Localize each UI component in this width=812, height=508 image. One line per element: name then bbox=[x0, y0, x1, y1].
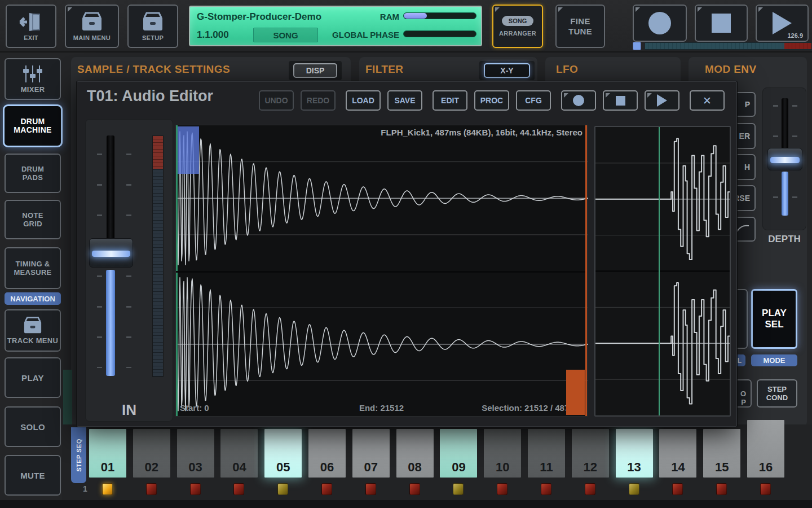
step-pad-07[interactable]: 07 bbox=[352, 429, 390, 478]
step-pad-15[interactable]: 15 bbox=[703, 429, 740, 478]
xy-button[interactable]: X-Y bbox=[484, 63, 530, 78]
editor-play-button[interactable] bbox=[645, 90, 679, 111]
bottom-strip bbox=[0, 500, 812, 508]
step-marker-06[interactable] bbox=[321, 483, 332, 495]
sidebar-item-play[interactable]: PLAY bbox=[5, 357, 61, 398]
sidebar-item-timing-measure[interactable]: TIMING & MEASURE bbox=[5, 247, 61, 289]
step-pad-04[interactable]: 04 bbox=[220, 429, 258, 478]
step-marker-10[interactable] bbox=[497, 483, 508, 495]
depth-fader-track[interactable] bbox=[782, 98, 788, 149]
in-fader-handle[interactable] bbox=[89, 238, 133, 268]
sidebar-item-solo[interactable]: SOLO bbox=[5, 406, 61, 447]
disp-button[interactable]: DISP bbox=[293, 63, 337, 78]
step-pad-11[interactable]: 11 bbox=[528, 429, 565, 478]
exit-button[interactable]: EXIT bbox=[6, 5, 56, 48]
song-badge: SONG bbox=[502, 16, 533, 26]
song-position-bar[interactable] bbox=[633, 42, 812, 50]
step-marker-11[interactable] bbox=[541, 483, 551, 495]
redo-button[interactable]: REDO bbox=[301, 90, 336, 111]
step-marker-05[interactable] bbox=[277, 483, 288, 495]
in-fader-track[interactable] bbox=[107, 135, 114, 239]
step-pad-09[interactable]: 09 bbox=[440, 429, 477, 478]
play-sel-button[interactable]: PLAY SEL bbox=[751, 289, 797, 349]
load-button[interactable]: LOAD bbox=[346, 90, 381, 111]
step-page-number: 1 bbox=[83, 484, 87, 493]
step-pad-02[interactable]: 02 bbox=[133, 429, 170, 478]
sample-track-settings-header: SAMPLE / TRACK SETTINGS bbox=[77, 63, 230, 76]
edit-button[interactable]: EDIT bbox=[433, 90, 467, 111]
sidebar-item-note-grid[interactable]: NOTE GRID bbox=[5, 200, 61, 239]
step-marker-08[interactable] bbox=[409, 483, 420, 495]
sidebar-item-drum-machine[interactable]: DRUM MACHINE bbox=[5, 106, 61, 146]
step-number: 07 bbox=[364, 460, 378, 475]
step-pad-12[interactable]: 12 bbox=[572, 429, 609, 478]
mode-song-button[interactable]: SONG bbox=[253, 28, 318, 42]
sidebar-item-mute[interactable]: MUTE bbox=[5, 455, 61, 496]
depth-fader-handle[interactable] bbox=[767, 148, 802, 170]
step-marker-16[interactable] bbox=[760, 483, 771, 495]
song-position-end-section bbox=[784, 43, 811, 49]
setup-drawer-icon bbox=[140, 12, 166, 32]
fine-tune-button[interactable]: FINE TUNE bbox=[555, 5, 605, 48]
save-button[interactable]: SAVE bbox=[387, 90, 422, 111]
step-pad-06[interactable]: 06 bbox=[308, 429, 346, 478]
main-menu-button[interactable]: MAIN MENU bbox=[65, 5, 119, 48]
record-button[interactable] bbox=[633, 5, 687, 42]
step-pad-16[interactable]: 16 bbox=[747, 420, 784, 478]
step-number: 01 bbox=[101, 460, 114, 475]
record-icon bbox=[648, 12, 671, 34]
step-number: 12 bbox=[584, 460, 597, 475]
step-marker-01[interactable] bbox=[102, 483, 113, 495]
step-marker-04[interactable] bbox=[233, 483, 244, 495]
proc-button[interactable]: PROC bbox=[474, 90, 509, 111]
play-button[interactable]: 126.9 bbox=[756, 5, 809, 42]
project-title: G-Stomper-Producer-Demo bbox=[197, 11, 321, 23]
bpm-value: 126.9 bbox=[787, 32, 803, 39]
selection-end-handle[interactable] bbox=[566, 370, 585, 415]
undo-button[interactable]: UNDO bbox=[259, 90, 294, 111]
in-fader-panel: IN bbox=[85, 119, 173, 422]
step-number: 06 bbox=[320, 460, 334, 475]
setup-button[interactable]: SETUP bbox=[127, 5, 178, 48]
step-pad-03[interactable]: 03 bbox=[177, 429, 214, 478]
waveform-display[interactable]: FLPH_Kick1, 487ms (84KB), 16bit, 44.1kHz… bbox=[175, 125, 588, 417]
song-arranger-button[interactable]: SONG ARRANGER bbox=[492, 5, 543, 48]
stop-button[interactable] bbox=[695, 5, 748, 42]
step-marker-07[interactable] bbox=[365, 483, 376, 495]
close-button[interactable]: ✕ bbox=[690, 90, 725, 111]
sidebar-item-drum-pads[interactable]: DRUM PADS bbox=[5, 154, 61, 193]
top-toolbar: EXIT MAIN MENU SETUP G-Stomper-Producer-… bbox=[0, 0, 812, 52]
step-pad-13[interactable]: 13 bbox=[616, 429, 653, 478]
step-marker-12[interactable] bbox=[585, 483, 595, 495]
cfg-button[interactable]: CFG bbox=[516, 90, 551, 111]
selection-end-line[interactable] bbox=[585, 125, 587, 416]
step-pad-05[interactable]: 05 bbox=[264, 429, 302, 478]
depth-label: DEPTH bbox=[759, 234, 810, 245]
step-pad-01[interactable]: 01 bbox=[89, 429, 126, 478]
step-pad-08[interactable]: 08 bbox=[396, 429, 434, 478]
zoom-region-indicator[interactable] bbox=[178, 126, 199, 174]
step-marker-14[interactable] bbox=[672, 483, 683, 495]
waveform-zoom-panel[interactable] bbox=[594, 126, 731, 417]
stop-icon bbox=[616, 96, 625, 106]
sample-info: FLPH_Kick1, 487ms (84KB), 16bit, 44.1kHz… bbox=[381, 128, 582, 137]
ram-meter bbox=[403, 12, 476, 19]
step-pad-10[interactable]: 10 bbox=[484, 429, 521, 478]
step-number: 03 bbox=[188, 460, 202, 475]
sidebar-item-track-menu[interactable]: TRACK MENU bbox=[5, 309, 61, 352]
step-marker-13[interactable] bbox=[629, 483, 639, 495]
step-marker-09[interactable] bbox=[453, 483, 464, 495]
editor-stop-button[interactable] bbox=[603, 90, 638, 111]
in-label: IN bbox=[86, 401, 173, 419]
song-position-handle[interactable] bbox=[633, 42, 641, 50]
step-cond-button[interactable]: STEP COND bbox=[757, 379, 797, 408]
step-marker-03[interactable] bbox=[190, 483, 201, 495]
step-marker-15[interactable] bbox=[716, 483, 727, 495]
sidebar-item-mixer[interactable]: MIXER bbox=[5, 58, 61, 100]
step-seq-tab[interactable]: STEP SEQ bbox=[71, 427, 86, 483]
editor-record-button[interactable] bbox=[561, 90, 596, 111]
depth-fader-fill bbox=[782, 172, 788, 216]
step-marker-02[interactable] bbox=[146, 483, 157, 495]
step-number: 14 bbox=[671, 460, 685, 475]
step-pad-14[interactable]: 14 bbox=[659, 429, 696, 478]
